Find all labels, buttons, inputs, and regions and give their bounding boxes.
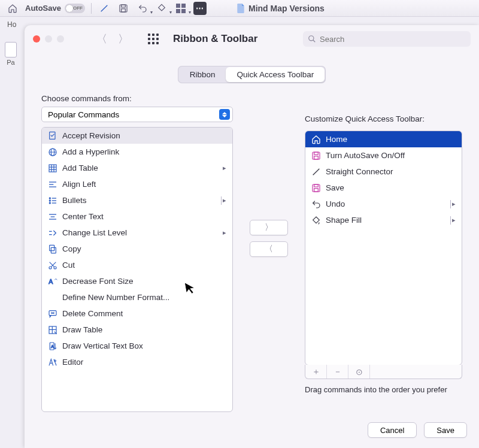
command-label: Define New Number Format... xyxy=(62,293,169,302)
nav-arrows: 〈 〉 xyxy=(96,32,129,46)
svg-rect-52 xyxy=(313,152,320,159)
command-label: Accept Revision xyxy=(62,131,120,140)
command-bullets[interactable]: Bullets▸ xyxy=(42,192,232,208)
svg-rect-57 xyxy=(314,184,319,187)
svg-rect-58 xyxy=(314,188,319,191)
shapefill-icon[interactable]: ▾ xyxy=(155,2,168,15)
command-align-left[interactable]: Align Left xyxy=(42,176,232,192)
available-commands-list[interactable]: Accept RevisionAdd a HyperlinkAdd Table▸… xyxy=(41,127,233,412)
commands-source-combo[interactable]: Popular Commands xyxy=(41,107,233,122)
paste-button-behind: Pa xyxy=(5,42,17,66)
apps-grid-icon[interactable] xyxy=(148,34,159,44)
command-label: Center Text xyxy=(62,212,104,221)
svg-rect-56 xyxy=(313,184,320,192)
command-save[interactable]: Save xyxy=(305,180,462,196)
svg-point-51 xyxy=(54,360,56,362)
command-label: Draw Vertical Text Box xyxy=(62,341,143,350)
submenu-arrow-icon: ▸ xyxy=(223,164,226,172)
seg-qat[interactable]: Quick Access Toolbar xyxy=(226,67,325,82)
qat-list-toolbar: ＋ － ⊙ xyxy=(305,365,462,379)
command-undo[interactable]: Undo▸ xyxy=(305,196,462,212)
add-item-button[interactable]: ＋ xyxy=(305,365,327,379)
command-editor[interactable]: Editor xyxy=(42,354,232,370)
submenu-arrow-icon: ▸ xyxy=(223,229,226,237)
more-button[interactable]: ⋯ xyxy=(193,2,207,15)
add-command-button[interactable]: 〉 xyxy=(250,220,288,235)
command-delete-comment[interactable]: Delete Comment xyxy=(42,305,232,322)
center-icon xyxy=(48,212,57,222)
undo-icon[interactable]: ▾ xyxy=(136,2,149,15)
command-define-new-number-format-[interactable]: Define New Number Format... xyxy=(42,289,232,305)
qat-commands-list[interactable]: HomeTurn AutoSave On/OffStraight Connect… xyxy=(305,131,462,365)
minimize-icon xyxy=(45,35,52,43)
delcomment-icon xyxy=(48,309,57,319)
command-shape-fill[interactable]: Shape Fill▸ xyxy=(305,212,462,228)
command-turn-autosave-on-off[interactable]: Turn AutoSave On/Off xyxy=(305,147,462,164)
table-icon xyxy=(48,164,57,173)
svg-rect-4 xyxy=(176,4,180,8)
command-home[interactable]: Home xyxy=(305,131,462,147)
left-column: Choose commands from: Popular Commands A… xyxy=(41,94,233,412)
svg-rect-5 xyxy=(181,4,186,8)
autosave-switch[interactable]: OFF xyxy=(65,4,85,13)
svg-rect-33 xyxy=(51,247,56,253)
remove-command-button[interactable]: 〈 xyxy=(250,241,288,257)
table-grid-icon[interactable]: ▾ xyxy=(174,2,187,15)
command-label: Add a Hyperlink xyxy=(62,147,119,156)
search-field[interactable] xyxy=(303,31,471,47)
connector-icon xyxy=(311,167,321,177)
cancel-button[interactable]: Cancel xyxy=(368,422,417,438)
command-copy[interactable]: Copy xyxy=(42,241,232,257)
divider xyxy=(91,3,92,14)
nav-forward-icon[interactable]: 〉 xyxy=(118,32,129,46)
ribbon-toolbar-prefs-window: 〈 〉 Ribbon & Toolbar Ribbon Quick Access… xyxy=(25,25,479,448)
command-label: Turn AutoSave On/Off xyxy=(326,151,405,160)
nav-back-icon[interactable]: 〈 xyxy=(96,32,107,46)
shapefill-icon xyxy=(311,216,321,225)
home-icon[interactable] xyxy=(6,2,19,15)
svg-rect-54 xyxy=(314,156,319,159)
document-title: Mind Map Versions xyxy=(237,4,325,13)
command-add-a-hyperlink[interactable]: Add a Hyperlink xyxy=(42,144,232,160)
seg-ribbon[interactable]: Ribbon xyxy=(179,67,226,82)
link-icon xyxy=(48,147,57,157)
modal-footer: Cancel Save xyxy=(25,412,479,448)
command-label: Delete Comment xyxy=(62,309,123,318)
save-button[interactable]: Save xyxy=(424,422,467,438)
command-label: Copy xyxy=(62,244,81,253)
search-input[interactable] xyxy=(320,35,466,44)
svg-point-8 xyxy=(309,36,314,41)
copy-icon xyxy=(48,244,57,254)
remove-item-button[interactable]: － xyxy=(327,365,348,379)
autosave-toggle[interactable]: AutoSave OFF xyxy=(25,4,85,13)
listlevel-icon xyxy=(48,228,57,238)
svg-point-22 xyxy=(49,198,50,199)
command-draw-table[interactable]: Draw Table xyxy=(42,322,232,338)
svg-line-0 xyxy=(101,5,108,11)
command-center-text[interactable]: Center Text xyxy=(42,208,232,225)
command-label: Home xyxy=(326,135,347,144)
command-add-table[interactable]: Add Table▸ xyxy=(42,160,232,176)
save-icon[interactable] xyxy=(117,2,130,15)
svg-line-55 xyxy=(313,168,320,175)
combo-value: Popular Commands xyxy=(48,110,119,119)
svg-line-9 xyxy=(313,40,316,43)
command-change-list-level[interactable]: Change List Level▸ xyxy=(42,225,232,241)
command-decrease-font-size[interactable]: ADecrease Font Size xyxy=(42,273,232,289)
command-label: Decrease Font Size xyxy=(62,277,134,286)
chevron-updown-icon xyxy=(219,109,230,120)
svg-text:A: A xyxy=(51,344,54,348)
close-icon[interactable] xyxy=(33,35,40,43)
svg-rect-34 xyxy=(50,245,54,250)
command-draw-vertical-text-box[interactable]: ADraw Vertical Text Box xyxy=(42,338,232,354)
command-cut[interactable]: Cut xyxy=(42,257,232,273)
home-tab[interactable]: Ho xyxy=(2,19,21,30)
connector-icon[interactable] xyxy=(98,2,111,15)
more-options-button[interactable]: ⊙ xyxy=(348,365,370,379)
svg-rect-3 xyxy=(122,8,126,11)
command-label: Editor xyxy=(62,358,83,367)
save-icon xyxy=(311,151,321,161)
svg-rect-53 xyxy=(314,152,319,155)
command-straight-connector[interactable]: Straight Connector xyxy=(305,164,462,180)
command-accept-revision[interactable]: Accept Revision xyxy=(42,128,232,144)
